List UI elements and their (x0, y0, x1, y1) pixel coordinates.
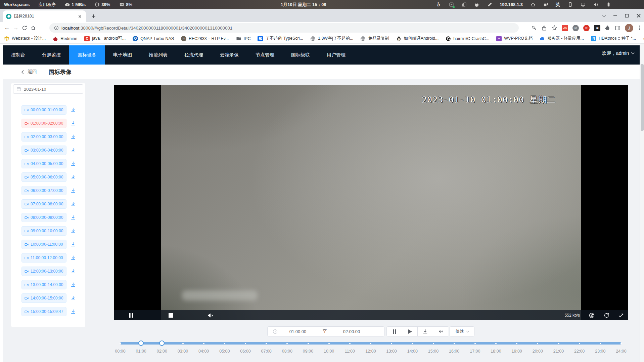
record-download-button[interactable] (70, 295, 76, 301)
record-item[interactable]: 09:00:00-10:00:00 (21, 226, 66, 236)
seek-back-button[interactable] (433, 327, 449, 336)
extension-dark-icon[interactable]: ▣ (594, 25, 600, 31)
tray-home-icon[interactable] (530, 2, 536, 7)
tray-screenshot-app-icon[interactable] (449, 2, 454, 7)
tray-ip-address[interactable]: 192.168.1.3 (500, 2, 523, 7)
record-download-button[interactable] (70, 147, 76, 153)
workspaces-button[interactable]: Workspaces (4, 2, 30, 7)
bookmark-item[interactable]: 1.8W字|了不起的... (310, 36, 353, 41)
bookmark-item[interactable]: 知了不起的 TypeScri... (258, 36, 303, 41)
browser-tab[interactable]: 国标28181 (3, 10, 86, 22)
record-item[interactable]: 04:00:00-05:00:00 (21, 159, 66, 168)
record-download-button[interactable] (70, 282, 76, 288)
window-close-button[interactable] (637, 14, 641, 18)
record-item[interactable]: 13:00:00-14:00:00 (21, 280, 66, 289)
player-mute-button[interactable] (208, 313, 214, 318)
fullscreen-button[interactable] (618, 313, 624, 318)
snapshot-button[interactable] (589, 313, 595, 318)
bookmark-item[interactable]: hairrrrr/C-CrashC... (446, 36, 489, 41)
record-item[interactable]: 11:00:00-12:00:00 (21, 253, 66, 263)
bookmark-item[interactable]: Webstack - 设计... (4, 36, 46, 41)
record-item[interactable]: 03:00:00-04:00:00 (21, 146, 66, 155)
record-download-button[interactable] (70, 268, 76, 274)
record-download-button[interactable] (70, 174, 76, 180)
player-stop-button[interactable] (169, 313, 173, 318)
tray-display-icon[interactable] (580, 2, 586, 7)
nav-tab-5[interactable]: 拉流代理 (176, 45, 212, 65)
scrollbar-thumb[interactable] (641, 64, 644, 131)
tray-phone-icon[interactable] (567, 2, 573, 7)
record-download-button[interactable] (70, 134, 76, 140)
input-language-indicator[interactable]: 英 (556, 2, 560, 8)
tray-windows-icon[interactable] (543, 2, 548, 7)
nav-tab-8[interactable]: 国标级联 (283, 45, 318, 65)
record-item-selected[interactable]: 01:00:00-02:00:00 (21, 119, 66, 128)
player-pause-button[interactable] (129, 313, 133, 318)
record-item[interactable]: 02:00:00-03:00:00 (21, 132, 66, 142)
start-time-value[interactable]: 01:00:00 (278, 329, 318, 334)
end-time-value[interactable]: 02:00:00 (331, 329, 372, 334)
reload-button[interactable] (20, 24, 29, 32)
record-download-button[interactable] (70, 214, 76, 220)
record-item[interactable]: 05:00:00-06:00:00 (21, 172, 66, 182)
record-download-button[interactable] (70, 107, 76, 113)
playback-speed-dropdown[interactable]: 倍速 (450, 326, 474, 336)
page-scrollbar[interactable] (640, 44, 644, 362)
tab-search-chevron-icon[interactable] (602, 13, 606, 17)
time-range-picker[interactable]: 01:00:00 至 02:00:00 (267, 326, 384, 336)
tab-close-icon[interactable] (77, 14, 83, 19)
record-download-button[interactable] (70, 241, 76, 247)
nav-tab-0[interactable]: 控制台 (3, 45, 34, 65)
extension-red-icon[interactable]: ⊘ (583, 25, 590, 31)
nav-tab-1[interactable]: 分屏监控 (34, 45, 69, 65)
bookmark-item[interactable]: 免登录复制 (360, 36, 389, 41)
bookmark-item[interactable]: WWVP-PRO文档 (496, 36, 533, 41)
network-speed-indicator[interactable]: 1 MB/s (64, 2, 86, 7)
memory-usage-indicator[interactable]: 8% (119, 2, 132, 7)
tray-coffee-icon[interactable] (474, 2, 479, 7)
record-download-button[interactable] (70, 309, 76, 315)
url-bar[interactable]: localhost:38080/#/gbRecordDetail/3402000… (49, 23, 519, 33)
browser-menu-button[interactable] (638, 26, 641, 30)
download-record-button[interactable] (418, 327, 433, 336)
back-link[interactable]: 返回 (20, 69, 37, 75)
password-key-icon[interactable] (531, 25, 537, 31)
new-tab-button[interactable] (89, 12, 97, 20)
record-download-button[interactable] (70, 120, 76, 126)
nav-tab-2[interactable]: 国标设备 (69, 45, 105, 65)
site-info-icon[interactable] (54, 26, 59, 30)
video-player[interactable]: 2023-01-10 01:00:00 星期二 552 kb/s (114, 85, 628, 320)
play-button[interactable] (402, 327, 418, 336)
nav-tab-9[interactable]: 用户管理 (318, 45, 354, 65)
bookmark-item[interactable]: Redmine (53, 36, 77, 41)
bookmark-item[interactable]: IPC (236, 36, 251, 41)
tray-pen-icon[interactable] (487, 2, 492, 7)
tray-volume-icon[interactable] (593, 2, 598, 7)
applications-menu[interactable]: 应用程序 (38, 2, 56, 8)
record-download-button[interactable] (70, 255, 76, 261)
cpu-usage-indicator[interactable]: 39% (94, 2, 110, 7)
bookmark-item[interactable]: 服务器 - 轻量应用... (540, 36, 584, 41)
forward-button[interactable]: → (11, 24, 20, 32)
tray-b-app-icon[interactable]: b (436, 2, 441, 7)
record-item[interactable]: 06:00:00-07:00:00 (21, 186, 66, 195)
extensions-puzzle-icon[interactable] (605, 25, 610, 31)
record-item[interactable]: 12:00:00-13:00:00 (21, 267, 66, 276)
timeline-handle-start[interactable] (138, 340, 144, 346)
record-download-button[interactable] (70, 201, 76, 207)
refresh-stream-button[interactable] (604, 313, 609, 318)
window-maximize-button[interactable] (625, 14, 629, 17)
user-menu[interactable]: 欢迎，admin (602, 44, 634, 63)
nav-tab-6[interactable]: 云端录像 (212, 45, 247, 65)
timeline-handle-end[interactable] (159, 340, 165, 346)
bookmark-item[interactable]: 如何编译Android... (396, 36, 439, 41)
record-item[interactable]: 00:00:00-01:00:00 (21, 105, 66, 115)
nav-tab-4[interactable]: 推流列表 (140, 45, 176, 65)
nav-tab-7[interactable]: 节点管理 (247, 45, 283, 65)
record-item[interactable]: 07:00:00-08:00:00 (21, 199, 66, 209)
home-button[interactable] (29, 24, 38, 32)
nav-tab-3[interactable]: 电子地图 (105, 45, 140, 65)
clock[interactable]: 1月10日 星期二 15：09 (281, 0, 326, 9)
share-icon[interactable] (541, 25, 547, 31)
record-item[interactable]: 14:00:00-15:00:00 (21, 293, 66, 303)
